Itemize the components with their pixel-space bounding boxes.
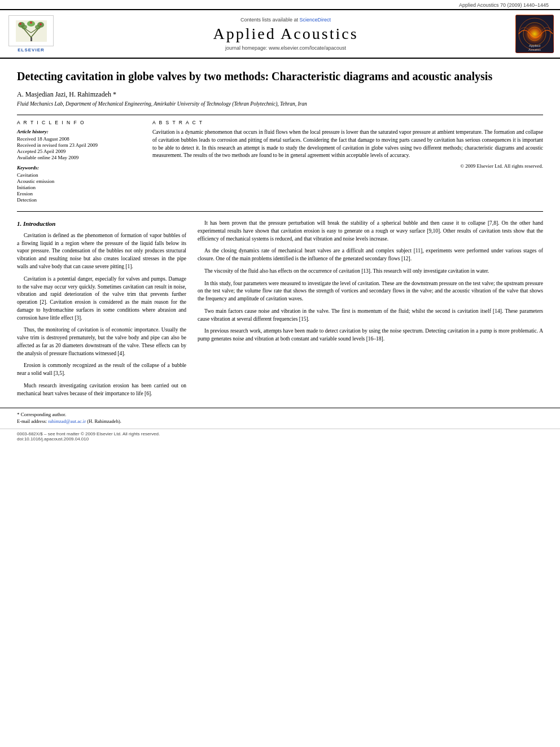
keyword-erosion: Erosion: [17, 191, 135, 196]
keyword-detection: Detection: [17, 197, 135, 203]
right-para-6: In previous research work, attempts have…: [198, 327, 543, 343]
journal-reference: Applied Acoustics 70 (2009) 1440–1445: [0, 0, 560, 9]
article-body: Detecting cavitation in globe valves by …: [0, 59, 560, 209]
received-2: Received in revised form 23 April 2009: [17, 142, 135, 148]
right-para-3: The viscosity of the fluid also has effe…: [198, 268, 543, 276]
divider-1: [17, 115, 543, 115]
article-info-row: A R T I C L E I N F O Article history: R…: [17, 120, 543, 203]
keyword-acoustic: Acoustic emission: [17, 178, 135, 184]
available-date: Available online 24 May 2009: [17, 155, 135, 160]
main-content: 1. Introduction Cavitation is defined as…: [0, 214, 560, 408]
right-para-1: It has been proven that the pressure per…: [198, 220, 543, 243]
journal-title: Applied Acoustics: [62, 25, 509, 43]
article-info-col: A R T I C L E I N F O Article history: R…: [17, 120, 141, 203]
svg-point-13: [30, 21, 32, 24]
sciencedirect-line: Contents lists available at ScienceDirec…: [62, 17, 509, 23]
right-para-4: In this study, four parameters were meas…: [198, 280, 543, 303]
left-para-4: Erosion is commonly recognized as the re…: [17, 362, 186, 378]
history-label: Article history:: [17, 129, 135, 134]
keyword-cavitation: Cavitation: [17, 172, 135, 178]
journal-header: ELSEVIER Contents lists available at Sci…: [0, 9, 560, 59]
svg-point-8: [21, 25, 27, 29]
journal-icon-area: Applied Acoustics: [509, 15, 560, 53]
left-para-2: Cavitation is a potential danger, especi…: [17, 276, 186, 322]
received-1: Received 18 August 2008: [17, 136, 135, 142]
journal-homepage: journal homepage: www.elsevier.com/locat…: [62, 45, 509, 51]
abstract-text: Cavitation is a dynamic phenomenon that …: [152, 129, 543, 160]
bottom-bar: 0003-682X/$ – see front matter © 2009 El…: [0, 429, 560, 444]
svg-point-9: [35, 25, 41, 29]
article-info-header: A R T I C L E I N F O: [17, 120, 135, 125]
right-column: It has been proven that the pressure per…: [198, 220, 543, 402]
sciencedirect-link[interactable]: ScienceDirect: [300, 17, 331, 23]
svg-point-12: [40, 23, 42, 25]
article-title: Detecting cavitation in globe valves by …: [17, 69, 543, 84]
right-para-2: As the closing dynamics rate of mechanic…: [198, 247, 543, 263]
right-para-5: Two main factors cause noise and vibrati…: [198, 308, 543, 324]
email-link[interactable]: rahimzad@aut.ac.ir: [48, 418, 86, 424]
keywords-label: Keywords:: [17, 165, 135, 171]
svg-point-11: [19, 23, 21, 25]
journal-header-center: Contents lists available at ScienceDirec…: [62, 15, 509, 53]
svg-text:Applied: Applied: [529, 44, 540, 47]
svg-rect-1: [30, 37, 32, 41]
elsevier-logo: [8, 15, 54, 46]
left-para-3: Thus, the monitoring of cavitation is of…: [17, 326, 186, 357]
elsevier-logo-area: ELSEVIER: [0, 15, 62, 53]
email-line: E-mail address: rahimzad@aut.ac.ir (H. R…: [17, 418, 543, 424]
issn-line: 0003-682X/$ – see front matter © 2009 El…: [17, 431, 543, 436]
left-column: 1. Introduction Cavitation is defined as…: [17, 220, 186, 402]
copyright-line: © 2009 Elsevier Ltd. All rights reserved…: [152, 163, 543, 169]
svg-point-18: [522, 21, 547, 46]
abstract-header: A B S T R A C T: [152, 120, 543, 125]
journal-icon: Applied Acoustics: [515, 15, 554, 53]
svg-text:Acoustics: Acoustics: [528, 48, 541, 51]
abstract-col: A B S T R A C T Cavitation is a dynamic …: [152, 120, 543, 203]
elsevier-label: ELSEVIER: [18, 47, 45, 53]
divider-2: [17, 211, 543, 212]
corresponding-author: * Corresponding author.: [17, 412, 543, 417]
authors-line: A. Masjedian Jazi, H. Rahimzadeh *: [17, 90, 543, 99]
intro-title: 1. Introduction: [17, 220, 186, 229]
doi-line: doi:10.1016/j.apacoust.2009.04.010: [17, 436, 543, 442]
footnote-area: * Corresponding author. E-mail address: …: [0, 408, 560, 426]
left-para-5: Much research investigating cavitation e…: [17, 382, 186, 398]
keyword-initiation: Initiation: [17, 185, 135, 190]
accepted-date: Accepted 25 April 2009: [17, 148, 135, 154]
left-para-1: Cavitation is defined as the phenomenon …: [17, 232, 186, 271]
affiliation-line: Fluid Mechanics Lab, Department of Mecha…: [17, 101, 543, 107]
